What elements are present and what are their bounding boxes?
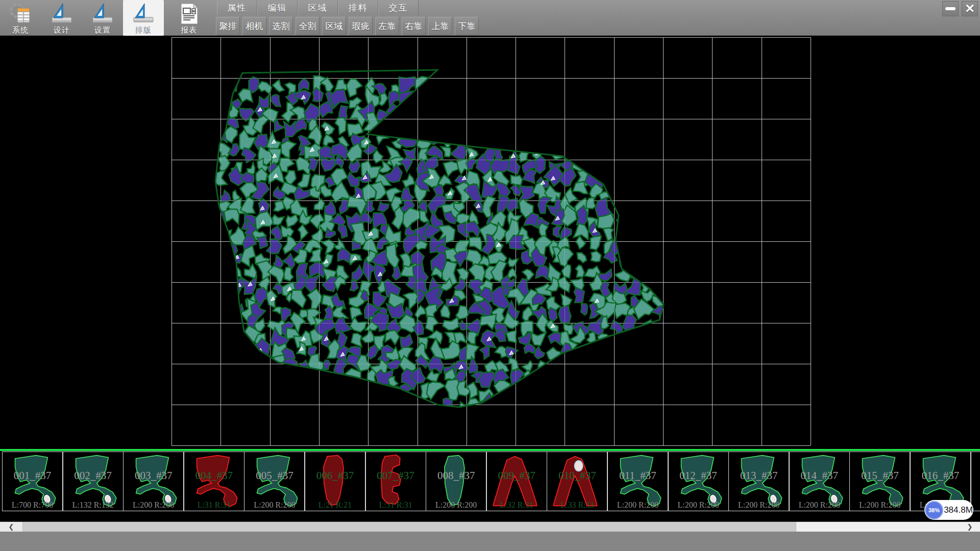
piece-thumbnail-001_#37[interactable]: 001_#37L:700 R:700 <box>2 452 63 511</box>
piece-name: 001_#37 <box>3 469 62 482</box>
tool-button-1[interactable]: 聚排 <box>216 17 240 35</box>
nav-tab-label: 设计 <box>41 26 82 35</box>
piece-name: 009_#37 <box>487 469 547 482</box>
piece-thumbnail-strip: 001_#37L:700 R:700002_#37L:132 R:132003_… <box>0 449 980 521</box>
piece-thumbnail-011_#37[interactable]: 011_#37L:200 R:200 <box>607 452 668 511</box>
piece-thumbnail-003_#37[interactable]: 003_#37L:200 R:200 <box>123 452 184 511</box>
tool-button-9[interactable]: 上靠 <box>428 17 452 35</box>
piece-lr-count: L:21 R:21 <box>305 500 365 510</box>
piece-lr-count: L:700 R:700 <box>3 500 62 510</box>
scroll-right-button[interactable]: ❯ <box>960 522 980 532</box>
piece-lr-count: L:200 R:200 <box>850 500 910 510</box>
menu-bar: 属性编辑区域排料交互 <box>217 1 419 16</box>
horizontal-scrollbar: ❮ ❯ <box>0 521 980 532</box>
piece-thumbnail-012_#37[interactable]: 012_#37L:200 R:200 <box>668 452 729 511</box>
piece-thumbnail-009_#37[interactable]: 009_#37L:32 R:31 <box>486 452 547 511</box>
piece-thumbnail-005_#37[interactable]: 005_#37L:200 R:200 <box>244 452 305 511</box>
memory-size-value: 384.8M <box>943 505 973 515</box>
piece-name: 014_#37 <box>790 469 849 482</box>
tool-button-10[interactable]: 下靠 <box>455 17 479 35</box>
nesting-app-window: { "nav": { "active_index": 3, "items": [… <box>0 0 980 551</box>
status-bar <box>0 532 980 551</box>
strip-divider-line <box>0 449 980 451</box>
nav-tab-label: 设置 <box>82 26 123 35</box>
piece-thumbnail-006_#37[interactable]: 006_#37L:21 R:21 <box>305 452 365 511</box>
piece-lr-count: L:200 R:200 <box>790 500 849 510</box>
nav-tab-4[interactable]: 排版 <box>123 0 164 36</box>
menu-item-3[interactable]: 区域 <box>298 1 338 15</box>
piece-lr-count: L:200 R:200 <box>124 500 183 510</box>
piece-lr-count: L:200 R:200 <box>426 500 486 510</box>
piece-name: 017_#37 <box>971 469 980 482</box>
tool-button-2[interactable]: 相机 <box>242 17 266 35</box>
tool-button-8[interactable]: 右靠 <box>402 17 426 35</box>
window-controls: ✕ <box>942 1 978 16</box>
piece-name: 002_#37 <box>63 469 123 482</box>
piece-name: 015_#37 <box>850 469 910 482</box>
piece-name: 003_#37 <box>124 469 183 482</box>
piece-name: 011_#37 <box>608 469 668 482</box>
piece-lr-count: L:200 R:200 <box>729 500 789 510</box>
piece-lr-count: L:200 R:200 <box>669 500 728 510</box>
tool-button-3[interactable]: 选割 <box>269 17 293 35</box>
nav-tab-label: 排版 <box>123 26 164 35</box>
nav-tab-label: 系统 <box>0 26 41 35</box>
layout-ruler-icon <box>132 2 155 26</box>
piece-name: 005_#37 <box>244 469 304 482</box>
piece-thumbnail-002_#37[interactable]: 002_#37L:132 R:132 <box>63 452 124 511</box>
tool-button-4[interactable]: 全割 <box>296 17 320 35</box>
nav-tab-5[interactable]: 报表 <box>168 0 209 36</box>
nav-tab-3[interactable]: 设置 <box>82 0 123 36</box>
system-gear-table-icon <box>9 2 32 26</box>
minimize-icon <box>945 7 955 10</box>
piece-lr-count: L:31 R:31 <box>184 500 244 510</box>
piece-lr-count: L:33 R:33 <box>547 500 607 510</box>
piece-name: 013_#37 <box>729 469 789 482</box>
tool-button-5[interactable]: 区域 <box>322 17 346 35</box>
scrollbar-thumb[interactable] <box>22 522 796 532</box>
piece-lr-count: L:200 R:200 <box>244 500 304 510</box>
tool-button-6[interactable]: 瑕疵 <box>349 17 373 35</box>
design-ruler-icon <box>50 2 74 26</box>
menu-item-2[interactable]: 编辑 <box>257 1 298 15</box>
memory-percent-value: 38% <box>928 507 940 513</box>
piece-thumbnail-017_#37[interactable]: 017_#37L:200 R:200 <box>971 452 980 511</box>
piece-name: 008_#37 <box>426 469 486 482</box>
piece-thumbnail-008_#37[interactable]: 008_#37L:200 R:200 <box>426 452 486 511</box>
piece-name: 007_#37 <box>366 469 426 482</box>
memory-percent-indicator: 38% <box>925 501 943 519</box>
piece-name: 006_#37 <box>305 469 365 482</box>
piece-lr-count: L:132 R:132 <box>63 500 123 510</box>
piece-thumbnail-010_#37[interactable]: 010_#37L:33 R:33 <box>547 452 607 511</box>
piece-lr-count: L:200 R:200 <box>608 500 668 510</box>
nav-tab-2[interactable]: 设计 <box>41 0 82 36</box>
nav-tab-1[interactable]: 系统 <box>0 0 41 36</box>
settings-ruler-icon <box>91 2 114 26</box>
menu-item-5[interactable]: 交互 <box>378 1 419 15</box>
piece-thumbnail-015_#37[interactable]: 015_#37L:200 R:200 <box>849 452 910 511</box>
piece-lr-count: L:31 R:31 <box>366 500 426 510</box>
piece-thumbnail-004_#37[interactable]: 004_#37L:31 R:31 <box>184 452 244 511</box>
nesting-workspace-canvas[interactable] <box>0 36 980 449</box>
piece-thumbnail-007_#37[interactable]: 007_#37L:31 R:31 <box>365 452 426 511</box>
memory-usage-badge[interactable]: 38% 384.8M <box>924 500 973 520</box>
menu-item-4[interactable]: 排料 <box>338 1 378 15</box>
minimize-button[interactable] <box>942 1 959 16</box>
close-icon: ✕ <box>965 3 975 15</box>
tool-button-7[interactable]: 左靠 <box>375 17 399 35</box>
titlebar: 系统设计设置排版报表 属性编辑区域排料交互 聚排相机选割全割区域瑕疵左靠右靠上靠… <box>0 0 980 36</box>
piece-name: 004_#37 <box>184 469 244 482</box>
nav-tab-label: 报表 <box>168 26 209 35</box>
piece-name: 012_#37 <box>669 469 728 482</box>
piece-name: 010_#37 <box>547 469 607 482</box>
scroll-left-button[interactable]: ❮ <box>0 522 22 532</box>
piece-thumbnail-013_#37[interactable]: 013_#37L:200 R:200 <box>728 452 789 511</box>
report-document-icon <box>177 2 201 26</box>
close-button[interactable]: ✕ <box>962 1 978 16</box>
piece-thumbnail-014_#37[interactable]: 014_#37L:200 R:200 <box>789 452 850 511</box>
piece-lr-count: L:32 R:31 <box>487 500 547 510</box>
menu-item-1[interactable]: 属性 <box>217 1 257 15</box>
tool-bar: 聚排相机选割全割区域瑕疵左靠右靠上靠下靠 <box>216 17 481 35</box>
piece-name: 016_#37 <box>911 469 970 482</box>
